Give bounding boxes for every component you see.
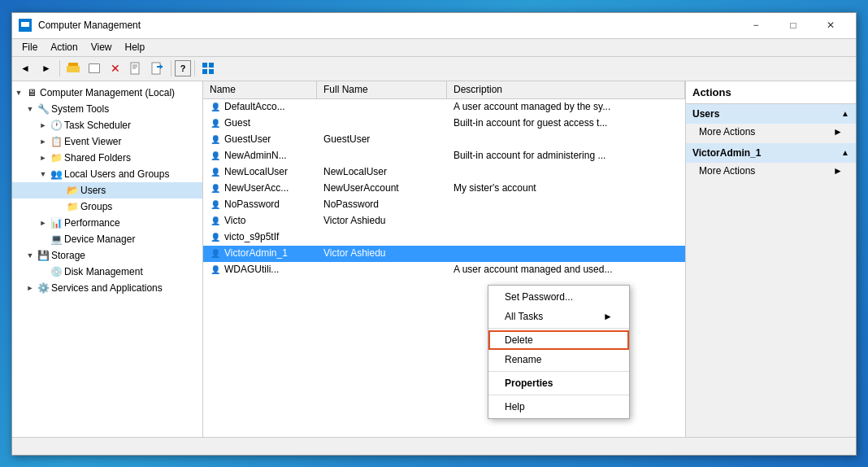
header-fullname[interactable]: Full Name [317,81,447,98]
ctx-set-password[interactable]: Set Password... [488,287,629,307]
forward-button[interactable]: ► [37,59,56,78]
view-button[interactable] [198,59,218,78]
sidebar-shared-folders[interactable]: ► 📁 Shared Folders [12,150,202,166]
list-item[interactable]: 👤 victo_s9p5tIf [203,229,685,246]
toolbar-separator-1 [59,60,60,76]
sidebar-task-scheduler[interactable]: ► 🕐 Task Scheduler [12,117,202,133]
svg-rect-4 [67,66,80,72]
properties-button[interactable] [127,59,146,78]
actions-more-1[interactable]: More Actions ► [686,124,856,140]
system-tools-arrow[interactable]: ▼ [25,104,35,114]
more-actions-arrow-1: ► [833,126,843,137]
ctx-delete[interactable]: Delete [488,330,629,350]
sidebar-root[interactable]: ▼ 🖥 Computer Management (Local) [12,85,202,101]
ctx-rename[interactable]: Rename [488,350,629,369]
actions-victor-section[interactable]: VictorAdmin_1 ▲ [686,143,856,163]
list-item[interactable]: 👤 Victo Victor Ashiedu [203,213,685,229]
window-controls: − □ ✕ [737,12,849,38]
services-icon: ⚙️ [37,282,50,295]
sidebar-local-users[interactable]: ▼ 👥 Local Users and Groups [12,166,202,182]
list-item[interactable]: 👤 NoPassword NoPassword [203,197,685,213]
context-menu: Set Password... All Tasks ► Delete Renam… [488,285,630,419]
ctx-separator-3 [488,395,629,395]
services-arrow[interactable]: ► [25,283,35,293]
ctx-help[interactable]: Help [488,397,629,417]
sidebar-services[interactable]: ► ⚙️ Services and Applications [12,280,202,296]
users-arrow: ▶ [54,185,64,195]
console-button[interactable] [85,59,104,78]
actions-users-section[interactable]: Users ▲ [686,104,856,124]
delete-button[interactable]: ✕ [106,59,125,78]
help-toolbar-button[interactable]: ? [175,60,191,76]
sidebar-disk-management[interactable]: ▶ 💿 Disk Management [12,264,202,280]
storage-label: Storage [51,250,85,261]
user-icon-2: 👤 [210,133,221,145]
menu-help[interactable]: Help [119,40,152,55]
event-viewer-arrow[interactable]: ► [38,137,48,146]
users-section-arrow: ▲ [841,109,849,118]
user-icon-10: 👤 [210,264,221,275]
actions-panel: Actions Users ▲ More Actions ► VictorAdm… [685,81,856,437]
app-icon [19,19,32,32]
ctx-properties[interactable]: Properties [488,373,629,393]
sidebar-system-tools[interactable]: ▼ 🔧 System Tools [12,101,202,117]
user-icon-5: 👤 [210,182,221,194]
sidebar-event-viewer[interactable]: ► 📋 Event Viewer [12,133,202,150]
list-item[interactable]: 👤 NewUserAcc... NewUserAccount My sister… [203,181,685,197]
root-collapse-arrow[interactable]: ▼ [14,88,24,98]
victor-section-arrow: ▲ [841,148,849,157]
sidebar-users[interactable]: ▶ 📂 Users [12,182,202,199]
export-button[interactable] [148,59,167,78]
device-manager-icon: 💻 [50,233,63,246]
cell-desc-0: A user account managed by the sy... [447,101,685,112]
sidebar-storage[interactable]: ▼ 💾 Storage [12,247,202,264]
list-item[interactable]: 👤 NewLocalUser NewLocalUser [203,164,685,181]
list-item[interactable]: 👤 GuestUser GuestUser [203,132,685,148]
shared-folders-arrow[interactable]: ► [38,153,48,163]
content-area: Name Full Name Description 👤 DefaultAcco… [203,81,685,437]
header-name[interactable]: Name [203,81,317,98]
minimize-button[interactable]: − [737,12,775,38]
device-manager-arrow: ▶ [38,234,48,244]
header-description[interactable]: Description [447,81,685,98]
back-button[interactable]: ◄ [15,59,35,78]
up-button[interactable] [63,59,83,78]
actions-more-2[interactable]: More Actions ► [686,163,856,179]
list-item[interactable]: 👤 WDAGUtili... A user account managed an… [203,262,685,278]
menu-action[interactable]: Action [44,40,84,55]
cell-desc-1: Built-in account for guest access t... [447,117,685,129]
close-button[interactable]: ✕ [812,12,849,38]
sidebar-groups[interactable]: ▶ 📁 Groups [12,199,202,215]
cell-desc-3: Built-in account for administering ... [447,150,685,161]
sidebar-performance[interactable]: ► 📊 Performance [12,215,202,231]
event-viewer-label: Event Viewer [64,136,121,147]
list-item[interactable]: 👤 NewAdminN... Built-in account for admi… [203,148,685,164]
menu-bar: File Action View Help [12,39,856,57]
users-folder-icon: 📂 [66,184,79,197]
performance-icon: 📊 [50,216,63,229]
disk-mgmt-icon: 💿 [50,265,63,278]
svg-rect-6 [89,64,99,72]
disk-mgmt-arrow: ▶ [38,267,48,277]
maximize-button[interactable]: □ [775,12,812,38]
ctx-separator-1 [488,328,629,329]
cell-fullname-5: NewUserAccount [317,182,447,194]
device-manager-label: Device Manager [64,234,135,245]
svg-rect-11 [152,63,160,74]
ctx-separator-2 [488,371,629,372]
task-scheduler-arrow[interactable]: ► [38,120,48,130]
title-bar: Computer Management − □ ✕ [12,13,856,39]
menu-file[interactable]: File [15,40,44,55]
ctx-all-tasks[interactable]: All Tasks ► [488,307,629,326]
list-item[interactable]: 👤 DefaultAcco... A user account managed … [203,99,685,116]
list-item-selected[interactable]: 👤 VictorAdmin_1 Victor Ashiedu [203,246,685,262]
sidebar: ▼ 🖥 Computer Management (Local) ▼ 🔧 Syst… [12,81,203,437]
list-item[interactable]: 👤 Guest Built-in account for guest acces… [203,116,685,132]
storage-arrow[interactable]: ▼ [25,251,35,260]
user-icon-9: 👤 [210,247,221,259]
sidebar-device-manager[interactable]: ▶ 💻 Device Manager [12,231,202,247]
menu-view[interactable]: View [85,40,119,55]
performance-arrow[interactable]: ► [38,218,48,228]
svg-marker-13 [160,64,163,69]
local-users-arrow[interactable]: ▼ [38,169,48,179]
